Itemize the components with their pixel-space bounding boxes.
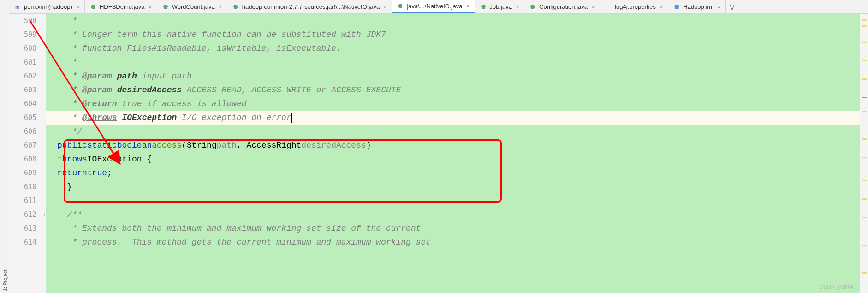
code-line[interactable]: /** xyxy=(46,208,860,221)
file-type-icon: C xyxy=(162,3,169,11)
tab-label: hadoop-common-2.7.7-sources.jar!\...\Nat… xyxy=(242,3,380,10)
tab-label: pom.xml (hadoop) xyxy=(24,3,72,10)
scroll-marker[interactable] xyxy=(862,272,867,274)
code-line[interactable]: return true; xyxy=(46,166,860,180)
editor-tab-bar: mpom.xml (hadoop)×CHDFSDemo.java×CWordCo… xyxy=(9,0,868,14)
editor-tab[interactable]: ≡log4j.properties× xyxy=(600,0,668,13)
code-line[interactable]: * @throws IOException I/O exception on e… xyxy=(46,111,860,125)
line-number[interactable]: 608 xyxy=(9,152,46,166)
code-line[interactable]: * @param path input path xyxy=(46,69,860,83)
line-number[interactable]: 600 xyxy=(9,42,46,55)
scroll-marker[interactable] xyxy=(862,25,867,27)
line-number[interactable]: 605 xyxy=(9,111,46,125)
scroll-marker[interactable] xyxy=(862,111,867,112)
line-number[interactable]: 598 xyxy=(9,14,46,28)
file-type-icon: C xyxy=(89,3,97,11)
code-line[interactable]: throws IOException { xyxy=(46,152,860,166)
file-type-icon: C xyxy=(480,3,487,11)
editor-area: 5985996006016026036046056066076086096106… xyxy=(9,14,860,293)
code-area[interactable]: * * Longer term this native function can… xyxy=(46,14,860,293)
line-number[interactable]: 611 xyxy=(9,194,46,208)
close-icon[interactable]: × xyxy=(466,2,470,10)
close-icon[interactable]: × xyxy=(76,3,80,11)
tab-label: Hadoop.iml xyxy=(683,3,713,10)
code-line[interactable]: * xyxy=(46,14,860,28)
line-number[interactable]: 603 xyxy=(9,83,46,97)
file-type-icon: C xyxy=(529,3,536,11)
file-type-icon: C xyxy=(397,2,404,10)
code-line[interactable]: * function Files#isReadable, isWritable,… xyxy=(46,42,860,55)
tab-label: log4j.properties xyxy=(615,3,656,10)
file-type-icon: ≡ xyxy=(605,3,612,11)
scroll-marker[interactable] xyxy=(862,157,867,158)
close-icon[interactable]: × xyxy=(591,3,595,11)
close-icon[interactable]: × xyxy=(149,3,152,11)
editor-tab[interactable]: CHDFSDemo.java× xyxy=(85,0,157,13)
code-line[interactable] xyxy=(46,194,860,208)
code-line[interactable]: } xyxy=(46,180,860,194)
line-number[interactable]: 604 xyxy=(9,97,46,111)
file-type-icon: C xyxy=(232,3,239,11)
scroll-marker[interactable] xyxy=(862,198,867,200)
line-number[interactable]: 610 xyxy=(9,180,46,194)
line-number-gutter: 5985996006016026036046056066076086096106… xyxy=(9,14,46,293)
line-number[interactable]: 614 xyxy=(9,235,46,249)
code-line[interactable]: * Longer term this native function can b… xyxy=(46,28,860,42)
code-line[interactable]: public static boolean access(String path… xyxy=(46,138,860,152)
close-icon[interactable]: × xyxy=(660,3,663,11)
scroll-marker[interactable] xyxy=(862,245,867,246)
editor-tab[interactable]: CConfiguration.java× xyxy=(524,0,600,13)
tab-label: java\...\NativeIO.java xyxy=(407,3,462,10)
watermark: CSDN @陆卿之 xyxy=(819,283,859,291)
line-number[interactable]: 612⊟ xyxy=(9,208,46,221)
close-icon[interactable]: × xyxy=(219,3,222,11)
code-line[interactable]: * @return true if access is allowed xyxy=(46,97,860,111)
tab-label: HDFSDemo.java xyxy=(100,3,145,10)
tab-label: WordCount.java xyxy=(172,3,215,10)
scroll-marker[interactable] xyxy=(862,138,867,140)
side-tool-structure[interactable]: 2: Structure xyxy=(0,5,1,293)
scroll-marker[interactable] xyxy=(862,217,867,218)
scroll-marker-strip[interactable] xyxy=(860,14,868,293)
close-icon[interactable]: × xyxy=(383,3,387,11)
close-icon[interactable]: × xyxy=(717,3,721,11)
editor-tab[interactable]: Chadoop-common-2.7.7-sources.jar!\...\Na… xyxy=(227,0,392,13)
code-line[interactable]: * process. This method gets the current … xyxy=(46,235,860,249)
line-number[interactable]: 609 xyxy=(9,166,46,180)
side-tool-project[interactable]: 1: Project xyxy=(1,5,9,293)
editor-tab[interactable]: CWordCount.java× xyxy=(157,0,227,13)
scroll-marker[interactable] xyxy=(862,180,867,181)
line-number[interactable]: 599 xyxy=(9,28,46,42)
code-line[interactable]: * xyxy=(46,55,860,69)
tab-overflow-icon[interactable]: ⋁ xyxy=(726,0,738,13)
editor-tab[interactable]: ▦Hadoop.iml× xyxy=(668,0,726,13)
scroll-marker[interactable] xyxy=(862,78,867,80)
line-number[interactable]: 602 xyxy=(9,69,46,83)
fold-icon[interactable]: ⊟ xyxy=(42,212,45,217)
scroll-marker[interactable] xyxy=(862,60,867,61)
line-number[interactable]: 607 xyxy=(9,138,46,152)
scroll-marker[interactable] xyxy=(862,19,867,21)
scroll-marker[interactable] xyxy=(862,97,867,98)
editor-tab[interactable]: CJob.java× xyxy=(475,0,525,13)
side-tool-bar: 1: Project 2: Structure xyxy=(0,0,9,293)
editor-tab[interactable]: mpom.xml (hadoop)× xyxy=(9,0,85,13)
code-line[interactable]: * @param desiredAccess ACCESS_READ, ACCE… xyxy=(46,83,860,97)
code-line[interactable]: * Extends both the minimum and maximum w… xyxy=(46,221,860,235)
scroll-marker[interactable] xyxy=(862,42,867,43)
file-type-icon: ▦ xyxy=(673,3,680,11)
editor-tab[interactable]: Cjava\...\NativeIO.java× xyxy=(392,0,475,13)
close-icon[interactable]: × xyxy=(516,3,519,11)
line-number[interactable]: 601 xyxy=(9,55,46,69)
line-number[interactable]: 613 xyxy=(9,221,46,235)
code-line[interactable]: */ xyxy=(46,125,860,138)
file-type-icon: m xyxy=(14,3,21,11)
tab-label: Job.java xyxy=(490,3,512,10)
line-number[interactable]: 606 xyxy=(9,125,46,138)
tab-label: Configuration.java xyxy=(539,3,588,10)
